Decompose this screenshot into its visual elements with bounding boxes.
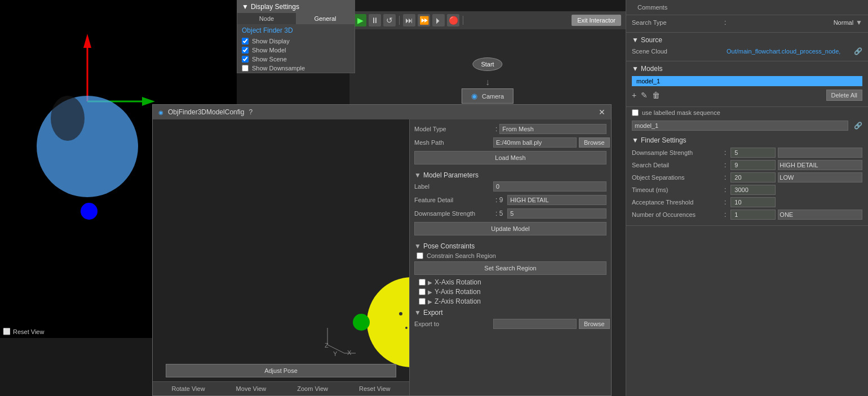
x-axis-checkbox[interactable]	[419, 279, 426, 286]
z-axis-expand[interactable]: ▶	[428, 299, 432, 305]
fc-start-node[interactable]: Start	[472, 57, 502, 71]
pause-button[interactable]: ⏸	[369, 14, 381, 26]
adjust-pose-button[interactable]: Adjust Pose	[166, 364, 397, 377]
search-type-expand[interactable]: ▼	[856, 19, 862, 26]
show-downsample-label: Show Downsample	[252, 65, 305, 72]
rp-timeout-input[interactable]	[730, 185, 776, 195]
search-type-row: Search Type : Normal ▼	[632, 19, 862, 26]
pose-constraints-header: ▼ Pose Constraints	[414, 242, 606, 250]
pb-separator-2	[463, 16, 463, 25]
fc-camera-node[interactable]: ◉ Camera	[462, 88, 513, 104]
add-model-button[interactable]: +	[632, 91, 636, 100]
rotate-view-label[interactable]: Rotate View	[172, 385, 205, 392]
fc-arrow-down: ↓	[485, 77, 490, 87]
reset-view-icon: ⬜	[3, 328, 11, 335]
tab-general[interactable]: General	[296, 13, 355, 24]
show-scene-checkbox[interactable]	[242, 56, 249, 63]
mask-checkbox[interactable]	[632, 109, 639, 116]
show-model-checkbox[interactable]	[242, 47, 249, 54]
rp-object-sep-input[interactable]	[730, 172, 776, 183]
rp-occurences-input[interactable]	[730, 210, 776, 220]
rp-search-detail-input[interactable]	[730, 160, 776, 170]
display-settings-panel: ▼ Display Settings Node General Object F…	[237, 0, 355, 73]
tab-node[interactable]: Node	[237, 13, 296, 24]
model-type-row: Model Type : From Mesh	[414, 124, 606, 134]
reset-view-button[interactable]: ⬜ Reset View	[3, 328, 44, 335]
rp-occurences-select[interactable]: ONE	[778, 210, 862, 220]
svg-marker-1	[83, 34, 91, 48]
show-display-checkbox[interactable]	[242, 38, 249, 45]
step-button[interactable]: ⏵	[432, 14, 445, 26]
rp-downsample-row: Downsample Strength :	[632, 148, 862, 158]
modal-icon: ◉	[158, 109, 163, 115]
modal-3d-viewport: Z Y X Adjust Pose Rotate View Move View …	[153, 119, 410, 395]
z-axis-checkbox[interactable]	[419, 298, 426, 305]
play-button[interactable]: ▶	[354, 14, 366, 26]
modal-close-button[interactable]: ✕	[599, 108, 605, 117]
modal-title: ObjFinder3DModelConfig	[168, 108, 244, 116]
model-item-1[interactable]: model_1	[632, 76, 862, 86]
finder-settings-header: ▼ Finder Settings	[632, 136, 862, 144]
svg-point-17	[405, 327, 408, 329]
rp-downsample-input[interactable]	[730, 148, 776, 158]
zoom-view-label[interactable]: Zoom View	[297, 385, 328, 392]
y-axis-expand[interactable]: ▶	[428, 289, 432, 295]
delete-all-button[interactable]: Delete All	[826, 90, 862, 101]
reset-view-label[interactable]: Reset View	[359, 385, 390, 392]
modal-help-button[interactable]: ?	[249, 108, 253, 116]
rp-object-sep-row: Object Separations : LOW	[632, 172, 862, 183]
svg-text:Y: Y	[333, 350, 338, 357]
model-type-select[interactable]: From Mesh	[499, 124, 606, 134]
mesh-browse-button[interactable]: Browse	[579, 137, 610, 148]
export-to-input[interactable]	[493, 319, 577, 329]
show-model-label: Show Model	[252, 47, 286, 54]
rp-acceptance-input[interactable]	[730, 197, 776, 207]
delete-model-button[interactable]: 🗑	[652, 91, 660, 100]
models-header: ▼ Models	[632, 65, 862, 73]
finder-arrow: ▼	[632, 136, 639, 144]
set-search-region-button[interactable]: Set Search Region	[414, 261, 606, 275]
rp-acceptance-row: Acceptance Threshold :	[632, 197, 862, 207]
finder-settings-section: ▼ Finder Settings Downsample Strength : …	[626, 133, 868, 226]
rp-downsample-select[interactable]	[778, 148, 862, 158]
right-panel: Comments Search Type : Normal ▼ ▼ Source…	[626, 0, 868, 396]
feature-detail-select[interactable]: HIGH DETAIL MEDIUM DETAIL LOW DETAIL	[507, 195, 606, 205]
exit-interactor-button[interactable]: Exit Interactor	[572, 15, 621, 26]
show-downsample-checkbox[interactable]	[242, 65, 249, 72]
feature-detail-row: Feature Detail : 9 HIGH DETAIL MEDIUM DE…	[414, 195, 606, 205]
svg-point-20	[353, 314, 370, 331]
model-params-header: ▼ Model Parameters	[414, 171, 606, 179]
edit-model-button[interactable]: ✎	[641, 91, 648, 100]
export-arrow: ▼	[414, 309, 421, 317]
search-type-section: Search Type : Normal ▼	[626, 15, 868, 33]
fast-forward-button[interactable]: ⏩	[418, 14, 430, 26]
skip-start-button[interactable]: ⏭	[403, 14, 415, 26]
y-axis-checkbox[interactable]	[419, 288, 426, 295]
model-dropdown-row: model_1 🔗	[626, 118, 868, 133]
show-scene-item: Show Scene	[237, 55, 355, 64]
mesh-path-input[interactable]	[493, 137, 577, 148]
export-browse-button[interactable]: Browse	[579, 319, 610, 329]
x-axis-expand[interactable]: ▶	[428, 279, 432, 286]
move-view-label[interactable]: Move View	[236, 385, 267, 392]
scene-cloud-link-icon[interactable]: 🔗	[854, 47, 862, 55]
downsample-select[interactable]: 5	[507, 208, 606, 219]
label-input[interactable]	[493, 181, 606, 192]
display-settings-header: ▼ Display Settings	[237, 1, 355, 13]
model-select[interactable]: model_1	[632, 121, 848, 131]
model-actions-bar: + ✎ 🗑 Delete All	[632, 87, 862, 103]
modal-right-panel: Model Type : From Mesh Mesh Path Browse …	[410, 119, 611, 395]
model-dropdown-link-icon[interactable]: 🔗	[854, 122, 862, 130]
refresh-button[interactable]: ↺	[383, 14, 396, 26]
display-settings-tabs: Node General	[237, 13, 355, 24]
mesh-path-row: Mesh Path Browse 🔗	[414, 137, 606, 148]
comments-section: Comments	[626, 0, 868, 15]
y-axis-row: ▶ Y-Axis Rotation	[414, 288, 606, 296]
update-model-button[interactable]: Update Model	[414, 222, 606, 235]
load-mesh-button[interactable]: Load Mesh	[414, 151, 606, 164]
rp-search-detail-select[interactable]: HIGH DETAIL	[778, 160, 862, 170]
rp-object-sep-select[interactable]: LOW	[778, 172, 862, 183]
record-button[interactable]: 🔴	[447, 14, 459, 26]
show-scene-label: Show Scene	[252, 56, 287, 63]
constrain-search-checkbox[interactable]	[417, 252, 423, 259]
